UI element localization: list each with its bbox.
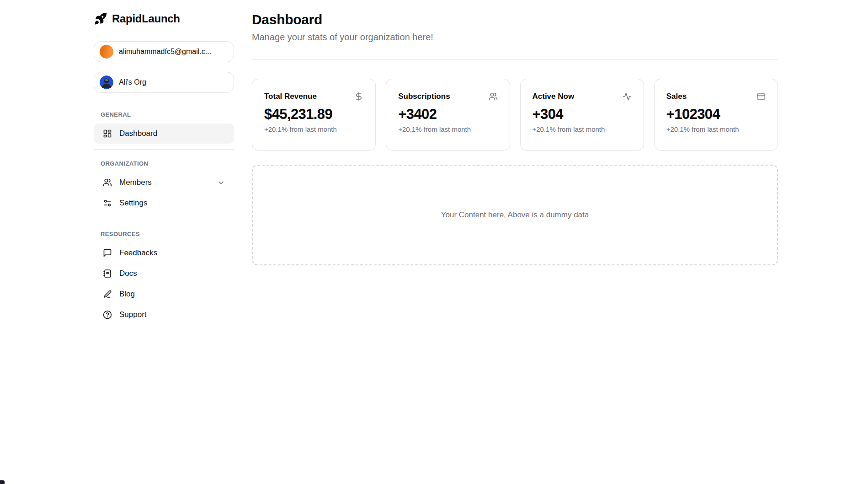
org-avatar xyxy=(100,75,113,89)
content-placeholder-box: Your Content here, Above is a dummy data xyxy=(252,165,778,265)
content-placeholder-text: Your Content here, Above is a dummy data xyxy=(441,210,589,220)
rocket-icon xyxy=(94,12,107,26)
credit-card-icon xyxy=(756,92,766,101)
page-subtitle: Manage your stats of your organization h… xyxy=(252,32,778,43)
sidebar-item-docs[interactable]: Docs xyxy=(94,264,234,284)
sidebar-divider xyxy=(94,218,234,218)
header-divider xyxy=(252,59,778,59)
section-label-organization: ORGANIZATION xyxy=(101,160,234,167)
stat-label: Subscriptions xyxy=(398,92,450,101)
app-logo[interactable]: RapidLaunch xyxy=(94,12,234,26)
account-switcher[interactable]: alimuhammadfc5@gmail.c... xyxy=(94,41,234,62)
stat-change: +20.1% from last month xyxy=(533,125,632,133)
docs-book-icon xyxy=(103,269,112,278)
activity-icon xyxy=(623,92,632,101)
pen-icon xyxy=(103,290,112,299)
layout-dashboard-icon xyxy=(103,129,112,138)
page-title: Dashboard xyxy=(252,12,778,27)
sidebar-section-general: GENERAL Dashboard xyxy=(94,111,234,144)
stat-label: Sales xyxy=(666,92,687,101)
stat-change: +20.1% from last month xyxy=(666,125,766,133)
stat-value: +102304 xyxy=(666,106,766,123)
account-avatar xyxy=(100,45,113,59)
sidebar-item-label: Support xyxy=(119,310,147,319)
sidebar-item-feedbacks[interactable]: Feedbacks xyxy=(94,243,234,263)
sidebar-item-label: Dashboard xyxy=(119,129,157,138)
sidebar-item-settings[interactable]: Settings xyxy=(94,193,234,213)
help-circle-icon xyxy=(103,310,112,319)
sidebar-divider xyxy=(94,149,234,150)
stat-label: Total Revenue xyxy=(264,92,317,101)
dollar-sign-icon xyxy=(354,92,363,101)
message-square-icon xyxy=(103,248,112,258)
org-name: Ali's Org xyxy=(119,78,146,86)
stat-change: +20.1% from last month xyxy=(264,125,363,133)
settings-icon xyxy=(103,199,112,208)
app-root: RapidLaunch alimuhammadfc5@gmail.c... Al… xyxy=(0,0,868,484)
sidebar-item-label: Blog xyxy=(119,290,135,299)
dev-tools-badge[interactable] xyxy=(0,480,5,484)
sidebar-item-blog[interactable]: Blog xyxy=(94,284,234,304)
chevron-down-icon xyxy=(217,179,225,187)
stat-card-subscriptions: Subscriptions +3402 +20.1% from last mon… xyxy=(386,79,510,151)
stat-card-total-revenue: Total Revenue $45,231.89 +20.1% from las… xyxy=(252,79,376,151)
sidebar-item-label: Settings xyxy=(119,199,147,208)
stat-value: +304 xyxy=(533,106,632,123)
stat-value: $45,231.89 xyxy=(264,106,363,123)
section-label-resources: RESOURCES xyxy=(101,231,234,237)
stat-change: +20.1% from last month xyxy=(398,125,497,133)
sidebar-item-dashboard[interactable]: Dashboard xyxy=(94,124,234,144)
sidebar-item-label: Feedbacks xyxy=(119,248,157,258)
stat-card-sales: Sales +102304 +20.1% from last month xyxy=(654,79,778,151)
app-name: RapidLaunch xyxy=(112,12,180,25)
account-email: alimuhammadfc5@gmail.c... xyxy=(119,48,211,56)
sidebar: RapidLaunch alimuhammadfc5@gmail.c... Al… xyxy=(0,0,234,484)
stat-label: Active Now xyxy=(533,92,575,101)
sidebar-item-members[interactable]: Members xyxy=(94,172,234,193)
sidebar-item-label: Docs xyxy=(119,269,137,278)
org-switcher[interactable]: Ali's Org xyxy=(94,72,234,93)
stat-value: +3402 xyxy=(398,106,497,123)
users-icon xyxy=(103,178,112,187)
sidebar-item-support[interactable]: Support xyxy=(94,305,234,325)
sidebar-section-organization: ORGANIZATION Members xyxy=(94,160,234,213)
section-label-general: GENERAL xyxy=(101,111,234,118)
stat-cards: Total Revenue $45,231.89 +20.1% from las… xyxy=(252,79,778,151)
users-icon xyxy=(489,92,498,101)
sidebar-section-resources: RESOURCES Feedbacks Docs xyxy=(94,231,234,325)
main-content: Dashboard Manage your stats of your orga… xyxy=(234,0,868,484)
sidebar-item-label: Members xyxy=(119,178,152,187)
stat-card-active-now: Active Now +304 +20.1% from last month xyxy=(520,79,644,151)
